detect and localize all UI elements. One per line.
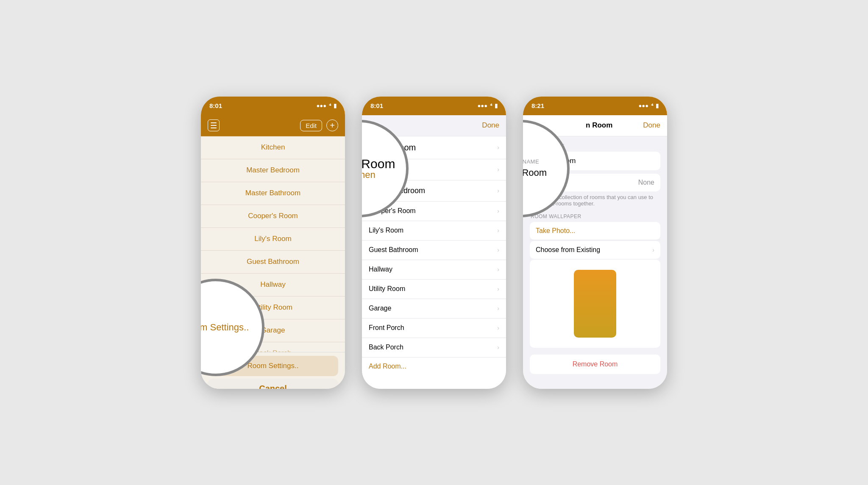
list-item[interactable]: Lily's Room › bbox=[362, 221, 506, 241]
room-name: Hallway bbox=[260, 280, 286, 289]
chevron-icon: › bbox=[497, 285, 499, 292]
list-item[interactable]: Utility Room › bbox=[362, 280, 506, 299]
room-name: Garage bbox=[369, 305, 391, 312]
nav-title-3: n Room bbox=[586, 121, 612, 130]
phone-2: 8:01 ●●● ⁴ ▮ Done Living Room › Kitchen … bbox=[362, 97, 506, 389]
room-name: Guest Bathroom bbox=[247, 258, 299, 266]
wifi-icon: ⁴ bbox=[329, 103, 331, 109]
list-item[interactable]: Hallway › bbox=[362, 260, 506, 280]
wallpaper-preview-image bbox=[574, 270, 616, 338]
list-item[interactable]: Utility Room bbox=[201, 297, 345, 319]
room-name: Living Room bbox=[369, 143, 416, 152]
room-name: Master Bedroom bbox=[246, 166, 300, 175]
list-item[interactable]: Guest Bathroom bbox=[201, 251, 345, 274]
battery-icon-3: ▮ bbox=[656, 103, 659, 109]
list-item[interactable]: Living Room › bbox=[362, 136, 506, 159]
chevron-icon: › bbox=[497, 144, 499, 151]
cancel-button[interactable]: Cancel bbox=[208, 379, 338, 389]
room-name: Master Bedroom bbox=[369, 186, 425, 195]
bottom-area-1: Room Settings.. Cancel bbox=[201, 352, 345, 389]
list-item[interactable]: Guest Bathroom › bbox=[362, 241, 506, 260]
list-item[interactable]: Cooper's Room › bbox=[362, 202, 506, 221]
room-name: Cooper's Room bbox=[248, 212, 298, 220]
battery-icon-2: ▮ bbox=[495, 103, 498, 109]
wifi-icon-3: ⁴ bbox=[651, 103, 653, 109]
zone-description: A zone is a collection of rooms that you… bbox=[530, 194, 660, 207]
room-name-label: ROOM NAME bbox=[530, 143, 660, 149]
chevron-icon: › bbox=[497, 344, 499, 351]
chevron-icon: › bbox=[497, 247, 499, 253]
list-item[interactable]: Back Porch › bbox=[362, 338, 506, 358]
hamburger-line bbox=[211, 127, 217, 128]
zone-label: Zone bbox=[536, 179, 551, 186]
list-item[interactable]: Lily's Room bbox=[201, 228, 345, 251]
list-item[interactable]: Hallway bbox=[201, 274, 345, 297]
room-name: Front Porch bbox=[369, 324, 404, 332]
zone-value: None bbox=[638, 179, 654, 186]
status-icons-1: ●●● ⁴ ▮ bbox=[316, 103, 337, 109]
add-room-button[interactable]: Add Room... bbox=[362, 358, 506, 375]
list-item[interactable]: Kitchen bbox=[201, 136, 345, 159]
room-list-1: Kitchen Master Bedroom Master Bathroom C… bbox=[201, 136, 345, 352]
time-3: 8:21 bbox=[531, 102, 544, 109]
take-photo-button[interactable]: Take Photo... bbox=[530, 222, 660, 240]
wifi-icon-2: ⁴ bbox=[490, 103, 492, 109]
room-settings-label: Room Settings.. bbox=[248, 362, 299, 370]
phone-2-body: Living Room › Kitchen › Master Bedroom ›… bbox=[362, 136, 506, 389]
status-bar-1: 8:01 ●●● ⁴ ▮ bbox=[201, 97, 345, 115]
list-item[interactable]: Master Bathroom bbox=[201, 182, 345, 205]
settings-scroll: ROOM NAME Zone None A zone is a collecti… bbox=[523, 136, 667, 389]
status-icons-2: ●●● ⁴ ▮ bbox=[477, 103, 498, 109]
chevron-icon: › bbox=[497, 187, 499, 194]
status-bar-2: 8:01 ●●● ⁴ ▮ bbox=[362, 97, 506, 115]
plus-icon: + bbox=[330, 121, 335, 130]
wallpaper-preview-container bbox=[530, 260, 660, 348]
room-list-2: Living Room › Kitchen › Master Bedroom ›… bbox=[362, 136, 506, 389]
list-item[interactable]: Kitchen › bbox=[362, 159, 506, 180]
hamburger-line bbox=[211, 122, 217, 123]
choose-existing-button[interactable]: Choose from Existing › bbox=[530, 241, 660, 259]
chevron-icon: › bbox=[497, 324, 499, 331]
done-button-2[interactable]: Done bbox=[482, 121, 499, 130]
zone-select-block[interactable]: Zone None bbox=[530, 174, 660, 191]
time-1: 8:01 bbox=[209, 102, 222, 109]
status-bar-3: 8:21 ●●● ⁴ ▮ bbox=[523, 97, 667, 115]
signal-icon: ●●● bbox=[316, 103, 326, 109]
wallpaper-label: ROOM WALLPAPER bbox=[530, 213, 660, 219]
add-room-nav-button[interactable]: + bbox=[326, 119, 338, 131]
chevron-icon: › bbox=[497, 305, 499, 312]
room-name-section: ROOM NAME bbox=[523, 143, 667, 170]
done-button-3[interactable]: Done bbox=[643, 121, 660, 130]
room-settings-button[interactable]: Room Settings.. bbox=[208, 356, 338, 376]
list-item[interactable]: Master Bedroom › bbox=[362, 180, 506, 202]
list-item[interactable]: Garage bbox=[201, 319, 345, 342]
chevron-icon: › bbox=[497, 266, 499, 273]
room-name: Guest Bathroom bbox=[369, 246, 418, 254]
room-name: Master Bathroom bbox=[245, 189, 300, 197]
list-item[interactable]: Front Porch › bbox=[362, 319, 506, 338]
list-item[interactable]: Garage › bbox=[362, 299, 506, 319]
chevron-icon: › bbox=[497, 227, 499, 234]
signal-icon-2: ●●● bbox=[477, 103, 487, 109]
list-item[interactable]: Master Bedroom bbox=[201, 159, 345, 182]
remove-room-button[interactable]: Remove Room bbox=[530, 355, 660, 374]
list-item[interactable]: Back Porch bbox=[201, 342, 345, 352]
list-item[interactable]: Cooper's Room bbox=[201, 205, 345, 228]
room-name-input-block bbox=[530, 152, 660, 170]
room-name: Utility Room bbox=[253, 303, 292, 312]
room-name: Lily's Room bbox=[369, 227, 403, 234]
chevron-icon: › bbox=[497, 166, 499, 173]
hamburger-menu-button[interactable] bbox=[208, 119, 220, 131]
nav-bar-1: Edit + bbox=[201, 115, 345, 136]
room-name-input[interactable] bbox=[536, 157, 654, 165]
room-name: Utility Room bbox=[369, 285, 405, 293]
edit-button[interactable]: Edit bbox=[300, 120, 322, 131]
phone-3: 8:21 ●●● ⁴ ▮ n Room Done ROOM NAME Zone bbox=[523, 97, 667, 389]
phone-1: 8:01 ●●● ⁴ ▮ Edit + Kitchen Master Bedro… bbox=[201, 97, 345, 389]
chevron-icon: › bbox=[497, 208, 499, 214]
chevron-icon-choose: › bbox=[652, 247, 654, 253]
hamburger-line bbox=[211, 125, 217, 126]
room-name: Kitchen bbox=[369, 165, 394, 174]
room-name: Lily's Room bbox=[254, 235, 291, 243]
room-name: Back Porch bbox=[255, 349, 292, 352]
